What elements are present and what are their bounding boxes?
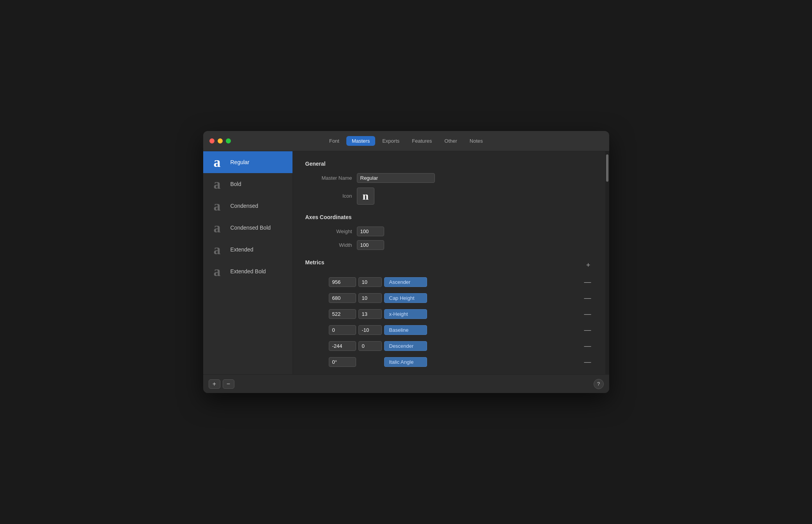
- ascender-remove-button[interactable]: —: [583, 278, 593, 285]
- sidebar-icon-extended-bold: a: [209, 264, 226, 278]
- master-name-row: Master Name: [305, 173, 593, 183]
- descender-value-input[interactable]: [329, 341, 356, 351]
- icon-label: Icon: [305, 193, 352, 199]
- sidebar-label-condensed-bold: Condensed Bold: [230, 225, 271, 231]
- sidebar-icon-condensed-bold: a: [209, 221, 226, 235]
- descender-remove-button[interactable]: —: [583, 342, 593, 349]
- panel-wrapper: General Master Name Icon n Axes Coordina…: [293, 151, 609, 374]
- app-window: Font Masters Exports Features Other Note…: [203, 131, 609, 393]
- sidebar-item-extended-bold[interactable]: a Extended Bold: [203, 260, 293, 282]
- metric-row-cap-height: Cap Height —: [329, 293, 593, 303]
- sidebar-icon-condensed: a: [209, 199, 226, 213]
- sidebar-item-condensed-bold[interactable]: a Condensed Bold: [203, 217, 293, 239]
- baseline-label-button[interactable]: Baseline: [384, 325, 427, 335]
- italic-angle-remove-button[interactable]: —: [583, 358, 593, 365]
- x-height-value-input[interactable]: [329, 309, 356, 319]
- metric-row-ascender: Ascender —: [329, 277, 593, 287]
- metrics-rows: Ascender — Cap Height —: [305, 277, 593, 370]
- cap-height-remove-button[interactable]: —: [583, 294, 593, 301]
- scrollbar-thumb[interactable]: [606, 154, 608, 182]
- weight-input[interactable]: [357, 227, 384, 236]
- scrollbar[interactable]: [605, 151, 609, 374]
- metrics-header: Metrics +: [305, 259, 593, 272]
- width-row: Width: [305, 240, 593, 250]
- sidebar-item-condensed[interactable]: a Condensed: [203, 195, 293, 217]
- close-button[interactable]: [209, 138, 215, 143]
- titlebar: Font Masters Exports Features Other Note…: [203, 131, 609, 151]
- icon-row: Icon n: [305, 188, 593, 205]
- ascender-label-button[interactable]: Ascender: [384, 277, 427, 287]
- descender-label-button[interactable]: Descender: [384, 341, 427, 351]
- sidebar-item-bold[interactable]: a Bold: [203, 173, 293, 195]
- remove-master-button[interactable]: −: [223, 379, 234, 389]
- descender-overshoot-input[interactable]: [358, 341, 382, 351]
- sidebar-label-condensed: Condensed: [230, 203, 259, 209]
- weight-label: Weight: [305, 228, 352, 234]
- axes-title: Axes Coordinates: [305, 214, 593, 220]
- metric-row-baseline: Baseline —: [329, 325, 593, 335]
- master-name-label: Master Name: [305, 175, 352, 181]
- width-input[interactable]: [357, 240, 384, 250]
- master-name-input[interactable]: [357, 173, 435, 183]
- help-button[interactable]: ?: [594, 379, 604, 389]
- ascender-overshoot-input[interactable]: [358, 277, 382, 287]
- weight-row: Weight: [305, 227, 593, 236]
- width-label: Width: [305, 242, 352, 248]
- minimize-button[interactable]: [218, 138, 223, 143]
- nav-tabs: Font Masters Exports Features Other Note…: [324, 136, 488, 146]
- icon-box[interactable]: n: [357, 188, 375, 205]
- tab-features[interactable]: Features: [406, 136, 437, 146]
- sidebar-icon-extended: a: [209, 243, 226, 257]
- x-height-overshoot-input[interactable]: [358, 309, 382, 319]
- ascender-value-input[interactable]: [329, 277, 356, 287]
- cap-height-value-input[interactable]: [329, 293, 356, 303]
- axes-section: Axes Coordinates Weight Width: [305, 214, 593, 250]
- sidebar-item-regular[interactable]: a Regular: [203, 151, 293, 173]
- italic-angle-value-input[interactable]: [329, 357, 356, 367]
- x-height-remove-button[interactable]: —: [583, 310, 593, 317]
- traffic-lights: [209, 138, 231, 143]
- baseline-value-input[interactable]: [329, 325, 356, 335]
- bottom-buttons: + −: [209, 379, 234, 389]
- sidebar: a Regular a Bold a Condensed a Condensed…: [203, 151, 293, 374]
- metric-row-x-height: x-Height —: [329, 309, 593, 319]
- general-title: General: [305, 161, 593, 167]
- sidebar-icon-bold: a: [209, 177, 226, 191]
- metric-row-italic-angle: Italic Angle —: [329, 357, 593, 367]
- baseline-remove-button[interactable]: —: [583, 326, 593, 333]
- sidebar-label-bold: Bold: [230, 181, 241, 187]
- detail-panel: General Master Name Icon n Axes Coordina…: [293, 151, 605, 374]
- sidebar-item-extended[interactable]: a Extended: [203, 239, 293, 260]
- metrics-title: Metrics: [305, 259, 324, 266]
- sidebar-icon-regular: a: [209, 155, 226, 169]
- tab-notes[interactable]: Notes: [464, 136, 488, 146]
- cap-height-overshoot-input[interactable]: [358, 293, 382, 303]
- metric-row-descender: Descender —: [329, 341, 593, 351]
- add-master-button[interactable]: +: [209, 379, 220, 389]
- general-section: General Master Name Icon n: [305, 161, 593, 205]
- x-height-label-button[interactable]: x-Height: [384, 309, 427, 319]
- italic-angle-label-button[interactable]: Italic Angle: [384, 357, 427, 367]
- sidebar-label-extended-bold: Extended Bold: [230, 268, 266, 274]
- cap-height-label-button[interactable]: Cap Height: [384, 293, 427, 303]
- bottom-bar: + − ?: [203, 374, 609, 393]
- sidebar-label-extended: Extended: [230, 246, 254, 253]
- baseline-overshoot-input[interactable]: [358, 325, 382, 335]
- tab-other[interactable]: Other: [439, 136, 463, 146]
- metrics-section: Metrics + Ascender —: [305, 259, 593, 370]
- tab-masters[interactable]: Masters: [346, 136, 375, 146]
- main-content: a Regular a Bold a Condensed a Condensed…: [203, 151, 609, 374]
- tab-exports[interactable]: Exports: [377, 136, 405, 146]
- tab-font[interactable]: Font: [324, 136, 345, 146]
- maximize-button[interactable]: [226, 138, 231, 143]
- metrics-add-button[interactable]: +: [584, 260, 593, 270]
- sidebar-label-regular: Regular: [230, 159, 250, 165]
